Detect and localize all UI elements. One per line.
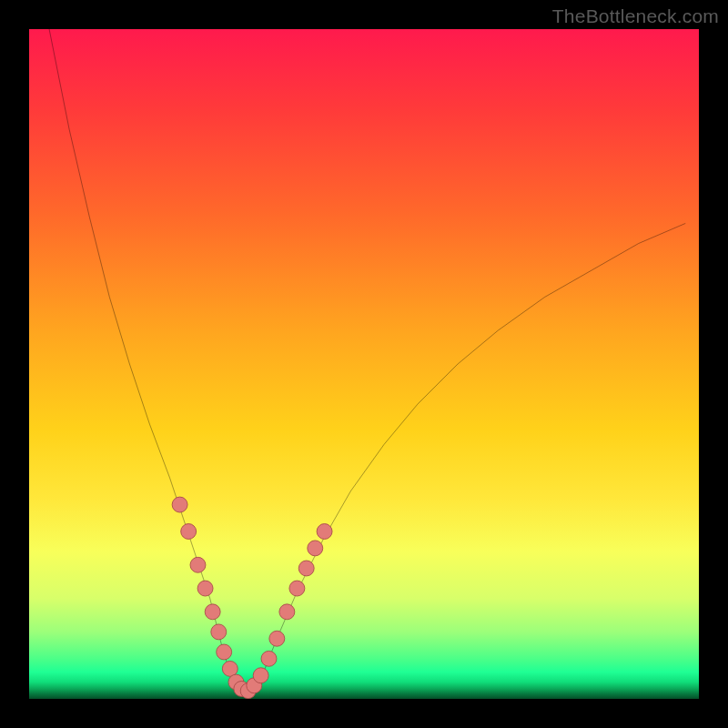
marker-point: [205, 604, 220, 620]
marker-point: [181, 524, 197, 540]
marker-point: [197, 581, 213, 596]
marker-point: [298, 561, 314, 576]
marker-layer: [29, 29, 699, 699]
marker-point: [279, 604, 295, 620]
marker-point: [289, 581, 305, 596]
chart-frame: TheBottleneck.com: [0, 0, 728, 728]
marker-point: [269, 631, 285, 646]
marker-point: [190, 557, 206, 572]
marker-point: [211, 624, 227, 640]
marker-point: [308, 541, 323, 556]
marker-point: [172, 497, 187, 512]
marker-point: [253, 668, 268, 683]
marker-point: [317, 524, 332, 540]
highlight-markers: [172, 497, 332, 699]
marker-point: [261, 651, 277, 666]
watermark-text: TheBottleneck.com: [552, 5, 719, 27]
plot-area: [29, 29, 699, 699]
marker-point: [217, 644, 232, 660]
